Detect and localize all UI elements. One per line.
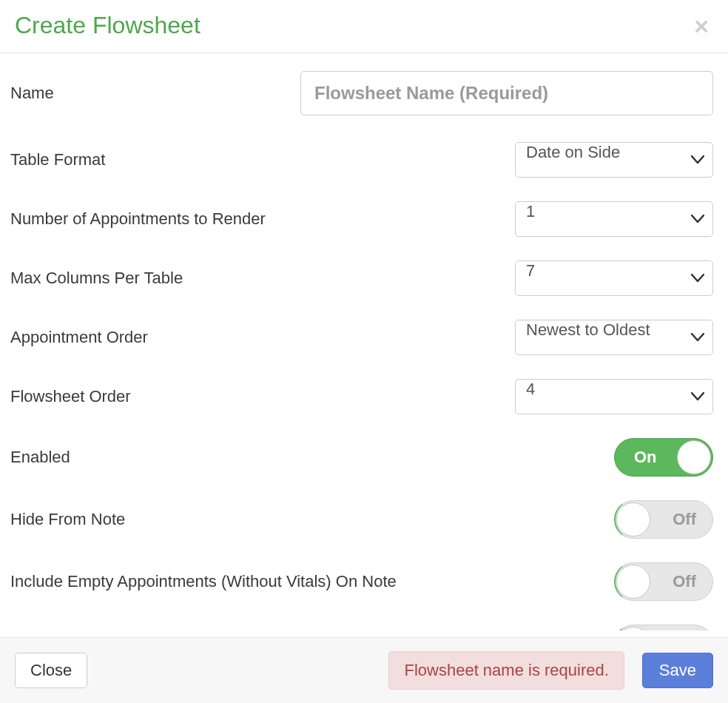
close-button[interactable]: Close (15, 653, 87, 688)
close-icon[interactable]: × (690, 13, 713, 38)
toggle-knob (616, 565, 650, 599)
toggle-label-off: Off (673, 572, 696, 591)
label-num-appointments: Number of Appointments to Render (10, 209, 515, 229)
row-name: Name (10, 71, 713, 115)
row-appointment-order: Appointment Order Newest to Oldest (10, 320, 713, 355)
table-format-select-wrap: Date on Side (515, 142, 713, 178)
num-appointments-select[interactable]: 1 (515, 201, 713, 237)
toggle-knob (616, 502, 650, 536)
toggle-knob (616, 627, 650, 630)
label-table-format: Table Format (10, 150, 515, 169)
flowsheet-name-input[interactable] (300, 71, 713, 115)
row-table-format: Table Format Date on Side (10, 142, 713, 178)
max-columns-select-wrap: 7 (515, 260, 713, 296)
include-empty-toggle[interactable]: Off (614, 562, 713, 601)
hide-from-note-toggle[interactable]: Off (614, 500, 713, 539)
appointment-order-select[interactable]: Newest to Oldest (515, 320, 713, 355)
toggle-knob (677, 440, 711, 474)
auto-balance-toggle[interactable]: Off (614, 625, 713, 630)
toggle-label-off: Off (673, 510, 696, 529)
appointment-order-select-wrap: Newest to Oldest (515, 320, 713, 355)
flowsheet-order-select[interactable]: 4 (515, 379, 713, 414)
row-hide-from-note: Hide From Note Off (10, 500, 713, 539)
max-columns-select[interactable]: 7 (515, 260, 713, 296)
toggle-label-on: On (634, 448, 657, 467)
label-max-columns: Max Columns Per Table (10, 269, 515, 288)
label-hide-from-note: Hide From Note (10, 510, 614, 529)
modal-header: Create Flowsheet × (0, 0, 728, 53)
label-appointment-order: Appointment Order (10, 328, 515, 347)
row-flowsheet-order: Flowsheet Order 4 (10, 379, 713, 414)
label-include-empty: Include Empty Appointments (Without Vita… (10, 572, 614, 591)
footer-right: Flowsheet name is required. Save (388, 651, 713, 690)
row-enabled: Enabled On (10, 438, 713, 477)
error-alert: Flowsheet name is required. (388, 651, 624, 690)
modal-title: Create Flowsheet (15, 12, 200, 39)
modal-body: Name Table Format Date on Side Number of… (0, 53, 728, 630)
row-max-columns: Max Columns Per Table 7 (10, 260, 713, 296)
row-auto-balance: Auto Balance Table Columns Off (10, 625, 713, 630)
row-include-empty: Include Empty Appointments (Without Vita… (10, 562, 713, 601)
enabled-toggle[interactable]: On (614, 438, 713, 477)
label-name: Name (10, 84, 300, 103)
save-button[interactable]: Save (642, 653, 713, 688)
table-format-select[interactable]: Date on Side (515, 142, 713, 178)
label-enabled: Enabled (10, 448, 614, 467)
num-appointments-select-wrap: 1 (515, 201, 713, 237)
label-flowsheet-order: Flowsheet Order (10, 387, 515, 406)
flowsheet-order-select-wrap: 4 (515, 379, 713, 414)
row-num-appointments: Number of Appointments to Render 1 (10, 201, 713, 237)
modal-footer: Close Flowsheet name is required. Save (0, 637, 728, 703)
